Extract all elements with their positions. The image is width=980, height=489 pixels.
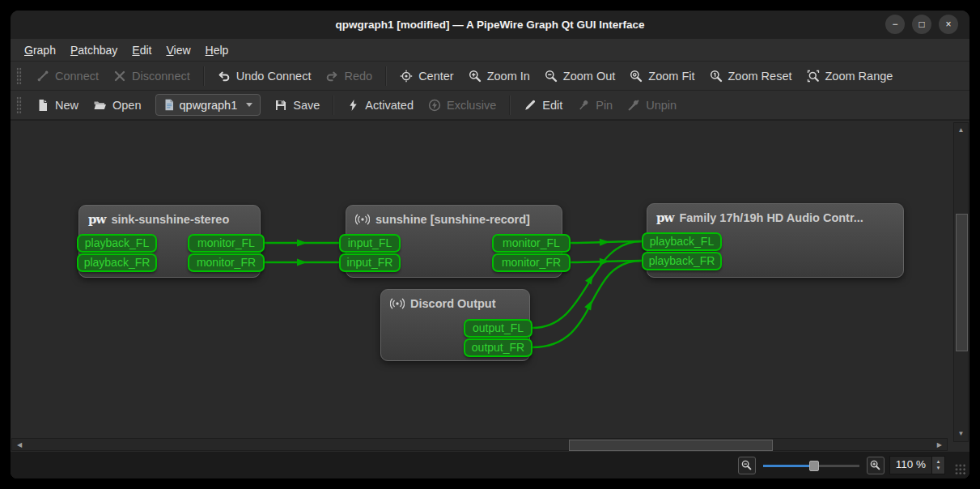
undo-icon bbox=[218, 70, 231, 83]
port-sink-monitor-fl[interactable]: monitor_FL bbox=[188, 234, 265, 253]
zoom-out-label: Zoom Out bbox=[563, 70, 615, 83]
window-resize-grip[interactable] bbox=[954, 463, 966, 475]
center-button[interactable]: Center bbox=[392, 65, 461, 87]
pin-button[interactable]: Pin bbox=[570, 94, 620, 117]
node-title-row: pw sink-sunshine-stereo bbox=[79, 206, 260, 226]
exclusive-button[interactable]: Exclusive bbox=[421, 94, 503, 117]
toolbar-drag-handle[interactable] bbox=[16, 96, 22, 114]
maximize-button[interactable]: □ bbox=[912, 15, 931, 34]
new-button[interactable]: New bbox=[29, 94, 86, 117]
zoom-out-icon bbox=[741, 460, 752, 470]
edit-pencil-icon bbox=[524, 99, 537, 112]
statusbar-zoom-in-button[interactable] bbox=[867, 457, 885, 474]
save-label: Save bbox=[293, 99, 320, 112]
menu-help[interactable]: Help bbox=[198, 44, 236, 57]
node-title-row: sunshine [sunshine-record] bbox=[346, 206, 562, 226]
spin-down-icon[interactable]: ▼ bbox=[932, 466, 944, 472]
zoom-out-icon bbox=[545, 70, 558, 83]
unpin-button[interactable]: Unpin bbox=[620, 94, 684, 117]
unpin-icon bbox=[627, 99, 640, 112]
pipewire-icon: pw bbox=[656, 212, 673, 224]
toolbar-drag-handle[interactable] bbox=[16, 67, 22, 85]
zoom-range-button[interactable]: Zoom Range bbox=[800, 65, 901, 87]
scroll-down-icon[interactable]: ▼ bbox=[954, 431, 968, 437]
patchbay-select-value: qpwgraph1 bbox=[180, 99, 238, 112]
connection-arrow bbox=[584, 299, 596, 311]
patchbay-file-icon bbox=[163, 99, 175, 111]
port-sink-playback-fr[interactable]: playback_FR bbox=[77, 253, 157, 272]
open-label: Open bbox=[112, 99, 141, 112]
close-button[interactable]: × bbox=[939, 15, 958, 34]
open-button[interactable]: Open bbox=[86, 94, 148, 117]
disconnect-label: Disconnect bbox=[132, 70, 190, 83]
vertical-scrollbar[interactable]: ▲ ▼ bbox=[953, 122, 969, 442]
connection-sunshine-monitorFR-family-playbackFR[interactable] bbox=[571, 261, 642, 262]
zoom-in-label: Zoom In bbox=[487, 70, 530, 83]
zoom-reset-button[interactable]: Zoom Reset bbox=[702, 65, 800, 87]
minimize-button[interactable]: − bbox=[885, 15, 905, 34]
zoom-reset-label: Zoom Reset bbox=[728, 70, 792, 83]
connection-arrow bbox=[585, 273, 596, 285]
zoom-slider-handle[interactable] bbox=[809, 461, 819, 471]
port-family-playback-fl[interactable]: playback_FL bbox=[642, 232, 722, 251]
connect-button[interactable]: Connect bbox=[29, 65, 106, 87]
zoom-spin-arrows[interactable]: ▲ ▼ bbox=[931, 457, 944, 474]
exclusive-bolt-icon bbox=[428, 99, 441, 112]
open-folder-icon bbox=[93, 99, 107, 112]
window-title: qpwgraph1 [modified] — A PipeWire Graph … bbox=[335, 19, 644, 31]
scroll-left-icon[interactable]: ◀ bbox=[17, 442, 22, 449]
zoom-fit-button[interactable]: Zoom Fit bbox=[622, 65, 702, 87]
zoom-range-icon bbox=[807, 70, 820, 83]
zoom-in-button[interactable]: Zoom In bbox=[461, 65, 537, 87]
connection-arrow bbox=[297, 240, 307, 247]
zoom-reset-icon bbox=[710, 70, 723, 83]
patchbay-toolbar: New Open qpwgraph1 Save Activated Exclus… bbox=[11, 91, 969, 120]
connect-label: Connect bbox=[55, 70, 99, 83]
disconnect-icon bbox=[113, 70, 126, 83]
edit-button[interactable]: Edit bbox=[516, 94, 570, 117]
port-sunshine-monitor-fl[interactable]: monitor_FL bbox=[492, 234, 571, 253]
undo-connect-button[interactable]: Undo Connect bbox=[210, 65, 319, 87]
scroll-right-icon[interactable]: ▶ bbox=[937, 442, 942, 449]
save-button[interactable]: Save bbox=[267, 94, 327, 117]
activated-button[interactable]: Activated bbox=[340, 94, 421, 117]
titlebar[interactable]: qpwgraph1 [modified] — A PipeWire Graph … bbox=[11, 11, 969, 39]
disconnect-button[interactable]: Disconnect bbox=[106, 65, 197, 87]
menu-patchbay[interactable]: Patchbay bbox=[63, 44, 125, 57]
zoom-slider[interactable] bbox=[763, 458, 859, 473]
port-discord-output-fl[interactable]: output_FL bbox=[464, 319, 532, 338]
statusbar-zoom-out-button[interactable] bbox=[738, 457, 756, 474]
zoom-spinbox[interactable]: 110 % ▲ ▼ bbox=[889, 456, 945, 474]
node-title-row: Discord Output bbox=[381, 290, 529, 310]
horizontal-scrollbar[interactable]: ◀ ▶ bbox=[11, 438, 948, 451]
close-icon: × bbox=[945, 19, 951, 29]
connection-sunshine-monitorFL-family-playbackFL[interactable] bbox=[571, 241, 642, 243]
port-sink-monitor-fr[interactable]: monitor_FR bbox=[188, 253, 265, 272]
patchbay-select[interactable]: qpwgraph1 bbox=[155, 94, 261, 116]
horizontal-scrollbar-thumb[interactable] bbox=[569, 440, 773, 451]
redo-icon bbox=[325, 70, 338, 83]
zoom-out-button[interactable]: Zoom Out bbox=[537, 65, 622, 87]
scroll-up-icon[interactable]: ▲ bbox=[954, 127, 968, 134]
menu-view[interactable]: View bbox=[159, 44, 197, 57]
menu-edit[interactable]: Edit bbox=[125, 44, 159, 57]
vertical-scrollbar-thumb[interactable] bbox=[956, 214, 968, 351]
port-family-playback-fr[interactable]: playback_FR bbox=[642, 252, 722, 270]
toolbar-separator bbox=[509, 96, 511, 115]
port-sunshine-input-fl[interactable]: input_FL bbox=[339, 234, 401, 253]
port-sunshine-input-fr[interactable]: input_FR bbox=[339, 253, 401, 272]
graph-canvas[interactable]: pw sink-sunshine-stereo playback_FL play… bbox=[11, 120, 969, 453]
menu-graph[interactable]: Graph bbox=[17, 44, 63, 57]
edit-label: Edit bbox=[542, 99, 562, 112]
spin-up-icon[interactable]: ▲ bbox=[932, 459, 944, 466]
menubar: Graph Patchbay Edit View Help bbox=[11, 39, 969, 62]
node-title: sunshine [sunshine-record] bbox=[375, 213, 530, 226]
redo-button[interactable]: Redo bbox=[318, 65, 380, 87]
pipewire-icon: pw bbox=[88, 214, 105, 226]
connections-layer bbox=[11, 121, 969, 453]
center-label: Center bbox=[418, 70, 454, 83]
toolbar-separator bbox=[203, 66, 205, 86]
port-discord-output-fr[interactable]: output_FR bbox=[464, 338, 532, 357]
port-sink-playback-fl[interactable]: playback_FL bbox=[77, 234, 157, 253]
port-sunshine-monitor-fr[interactable]: monitor_FR bbox=[492, 253, 571, 272]
